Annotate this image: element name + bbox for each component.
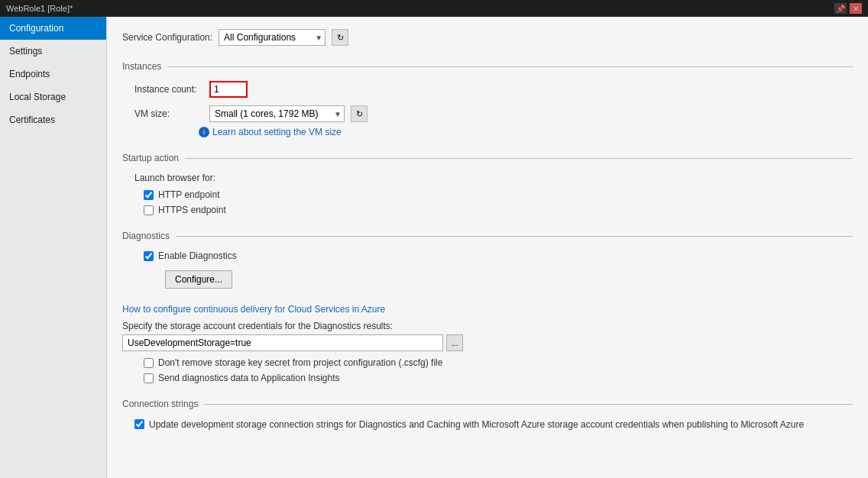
connection-strings-section: Connection strings Update development st… [122,399,853,431]
instance-count-label: Instance count: [134,84,203,95]
learn-link-row: i Learn about setting the VM size [199,127,853,137]
instances-section-title: Instances [122,61,161,72]
update-connection-strings-label: Update development storage connection st… [149,418,804,431]
storage-desc: Specify the storage account credentials … [122,321,853,331]
continuous-delivery-link[interactable]: How to configure continuous delivery for… [122,304,853,315]
instance-count-row: Instance count: [134,81,853,98]
startup-action-line [185,158,853,159]
startup-action-title: Startup action [122,153,179,163]
connection-strings-title: Connection strings [122,399,198,409]
launch-label: Launch browser for: [134,173,853,183]
pin-button[interactable]: 📌 [834,3,847,14]
service-config-refresh-button[interactable]: ↻ [332,29,348,46]
nav-item-local-storage[interactable]: Local Storage [0,86,106,108]
nav-item-certificates[interactable]: Certificates [0,108,106,131]
title-controls: 📌 ✕ [834,3,862,14]
http-endpoint-label: HTTP endpoint [158,189,220,200]
instances-section-line [167,66,853,67]
learn-link[interactable]: i Learn about setting the VM size [199,127,853,137]
service-config-select[interactable]: All Configurations Cloud Local [219,29,326,46]
instances-section-header: Instances [122,61,853,72]
nav-item-configuration[interactable]: Configuration [0,17,106,40]
configure-button[interactable]: Configure... [165,270,232,289]
content-area: Service Configuration: All Configuration… [107,17,868,478]
service-config-label: Service Configuration: [122,32,212,43]
send-diagnostics-row: Send diagnostics data to Application Ins… [144,373,853,383]
storage-input-row: ... [122,334,853,351]
diagnostics-section: Diagnostics Enable Diagnostics Configure… [122,231,853,383]
enable-diagnostics-label: Enable Diagnostics [158,250,237,261]
title-bar: WebRole1 [Role]* 📌 ✕ [0,0,868,17]
service-config-select-wrapper: All Configurations Cloud Local ▼ [219,29,326,46]
browse-button[interactable]: ... [446,334,463,351]
update-connection-strings-row: Update development storage connection st… [134,418,853,431]
vmsize-label: VM size: [134,108,203,119]
http-endpoint-checkbox[interactable] [144,190,154,200]
info-icon: i [199,127,209,137]
update-connection-strings-checkbox[interactable] [134,419,144,429]
title-text: WebRole1 [Role]* [6,4,834,13]
send-diagnostics-checkbox[interactable] [144,373,154,383]
enable-diagnostics-row: Enable Diagnostics [144,250,853,261]
http-endpoint-row: HTTP endpoint [144,189,853,200]
storage-input[interactable] [122,334,443,351]
main-container: Configuration Settings Endpoints Local S… [0,17,868,478]
close-button[interactable]: ✕ [850,3,862,14]
no-remove-label: Don't remove storage key secret from pro… [158,357,442,368]
https-endpoint-checkbox[interactable] [144,205,154,215]
instance-count-input[interactable] [209,81,248,98]
vmsize-row: VM size: Small (1 cores, 1792 MB) Medium… [134,105,853,122]
no-remove-checkbox[interactable] [144,358,154,368]
left-nav: Configuration Settings Endpoints Local S… [0,17,107,478]
connection-strings-header: Connection strings [122,399,853,409]
vmsize-select[interactable]: Small (1 cores, 1792 MB) Medium (2 cores… [209,105,345,122]
https-endpoint-label: HTTPS endpoint [158,205,226,215]
startup-action-header: Startup action [122,153,853,163]
nav-item-endpoints[interactable]: Endpoints [0,63,106,86]
instances-section: Instances Instance count: VM size: Small… [122,61,853,137]
send-diagnostics-label: Send diagnostics data to Application Ins… [158,373,340,383]
nav-item-settings[interactable]: Settings [0,40,106,63]
diagnostics-header: Diagnostics [122,231,853,241]
vmsize-refresh-button[interactable]: ↻ [351,105,368,122]
startup-action-section: Startup action Launch browser for: HTTP … [122,153,853,215]
https-endpoint-row: HTTPS endpoint [144,205,853,215]
connection-strings-line [204,404,853,405]
enable-diagnostics-checkbox[interactable] [144,251,154,261]
no-remove-row: Don't remove storage key secret from pro… [144,357,853,368]
vmsize-select-wrapper: Small (1 cores, 1792 MB) Medium (2 cores… [209,105,345,122]
diagnostics-title: Diagnostics [122,231,170,241]
service-config-row: Service Configuration: All Configuration… [122,29,853,46]
diagnostics-line [176,236,853,237]
